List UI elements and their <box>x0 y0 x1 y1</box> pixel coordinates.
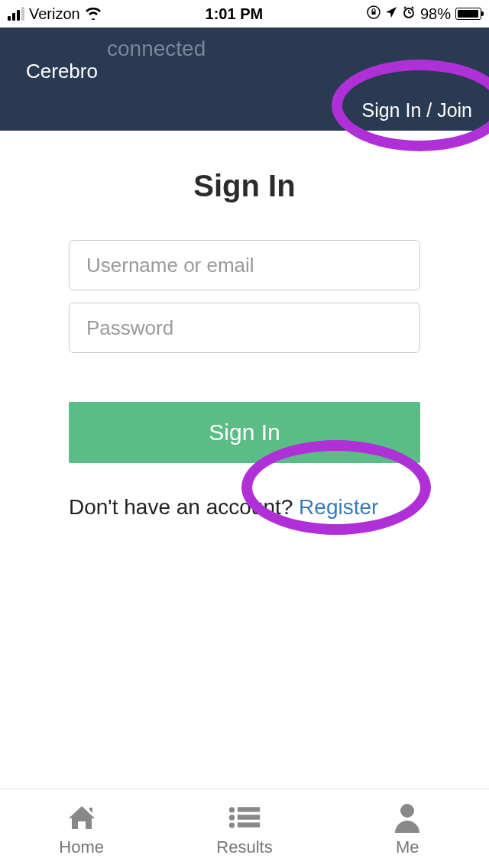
password-input[interactable] <box>69 303 420 353</box>
location-icon <box>385 6 397 22</box>
signin-join-link[interactable]: Sign In / Join <box>361 99 472 121</box>
list-icon <box>228 801 261 834</box>
brand-label: Cerebro <box>26 60 98 83</box>
status-bar: Verizon 1:01 PM 98% <box>0 0 489 28</box>
battery-icon <box>455 8 481 20</box>
status-right: 98% <box>367 5 481 23</box>
svg-point-7 <box>229 807 235 812</box>
svg-rect-1 <box>371 11 375 15</box>
tab-bar: Home Results Me <box>0 789 489 868</box>
alarm-icon <box>402 5 416 23</box>
tab-home[interactable]: Home <box>0 789 163 868</box>
status-time: 1:01 PM <box>206 5 264 23</box>
username-input[interactable] <box>69 240 420 290</box>
wifi-icon <box>85 8 102 20</box>
tab-label: Home <box>59 837 104 857</box>
battery-pct: 98% <box>420 5 451 23</box>
connected-label: connected <box>107 37 206 61</box>
page-title: Sign In <box>69 169 420 203</box>
tab-me[interactable]: Me <box>326 789 489 868</box>
no-account-text: Don't have an account? <box>69 495 299 519</box>
register-link[interactable]: Register <box>299 495 378 519</box>
signin-form: Sign In Sign In Don't have an account? R… <box>0 131 489 520</box>
svg-rect-10 <box>238 815 260 819</box>
tab-results[interactable]: Results <box>163 789 325 868</box>
signin-button[interactable]: Sign In <box>69 402 420 463</box>
svg-point-13 <box>400 804 414 818</box>
carrier-label: Verizon <box>29 5 80 23</box>
svg-line-5 <box>404 7 406 8</box>
app-header: connected Cerebro Sign In / Join <box>0 28 489 131</box>
svg-line-6 <box>412 7 413 8</box>
status-left: Verizon <box>8 5 102 23</box>
svg-point-9 <box>229 815 235 820</box>
person-icon <box>390 801 424 834</box>
lock-rotation-icon <box>367 5 381 23</box>
svg-rect-12 <box>238 822 260 827</box>
home-icon <box>65 801 99 834</box>
svg-rect-8 <box>238 807 260 811</box>
signal-icon <box>8 7 24 21</box>
register-prompt: Don't have an account? Register <box>69 495 420 520</box>
tab-label: Results <box>216 837 272 857</box>
tab-label: Me <box>396 837 419 857</box>
svg-point-11 <box>229 822 235 828</box>
